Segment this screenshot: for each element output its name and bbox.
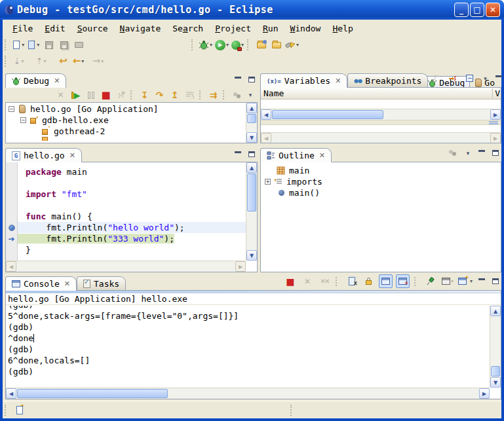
tab-breakpoints[interactable]: ●● Breakpoints — [347, 73, 428, 88]
save-button[interactable] — [42, 38, 56, 52]
last-edit-location-button[interactable]: ↩ — [56, 54, 70, 68]
next-annotation-button[interactable]: ⇣▾ — [12, 54, 26, 68]
external-tools-button[interactable]: ▾ — [231, 38, 244, 52]
detail-pane-sash[interactable] — [261, 120, 501, 125]
suspend-button[interactable] — [84, 88, 98, 102]
new-wizard-button[interactable]: ✦▾ — [12, 38, 26, 52]
collapse-toggle-icon[interactable]: − — [20, 117, 26, 123]
debug-tree-item-launch[interactable]: − hello.go [Go Application] — [9, 103, 246, 115]
console-vertical-scrollbar[interactable]: ▲ ▼ — [490, 306, 501, 388]
scrollbar-thumb[interactable] — [247, 174, 256, 211]
gutter[interactable] — [6, 244, 18, 255]
close-tab-icon[interactable]: ✕ — [335, 77, 341, 84]
step-over-button[interactable]: ↷ — [153, 88, 166, 102]
tab-tasks[interactable]: ✓ Tasks — [77, 276, 126, 291]
menu-window[interactable]: Window — [284, 22, 326, 35]
menu-help[interactable]: Help — [326, 22, 359, 35]
scroll-right-icon[interactable]: ▶ — [479, 388, 490, 399]
variables-detail-pane[interactable] — [261, 125, 501, 132]
scroll-up-icon[interactable]: ▲ — [246, 103, 257, 113]
resume-button[interactable]: ▶ — [69, 88, 83, 102]
console-terminate-button[interactable]: ■ — [283, 274, 297, 288]
gutter[interactable] — [6, 177, 18, 189]
scroll-down-icon[interactable]: ▼ — [246, 250, 257, 261]
variables-tree-empty[interactable] — [261, 100, 501, 109]
code-area[interactable]: package main import "fmt" func main() { … — [6, 162, 246, 261]
forward-button[interactable]: →▾ — [91, 54, 105, 68]
variables-column-header[interactable]: Name V — [261, 88, 501, 100]
scrollbar-thumb[interactable] — [272, 110, 383, 119]
outline-item-package[interactable]: main — [265, 165, 501, 176]
scroll-left-icon[interactable]: ◀ — [6, 388, 16, 399]
minimize-view-button[interactable] — [232, 74, 244, 85]
debug-launch-button[interactable]: ▾ — [199, 38, 213, 52]
menu-run[interactable]: Run — [257, 22, 284, 35]
debug-tree-item-process[interactable]: − ↗ gdb-hello.exe — [9, 115, 246, 126]
collapse-toggle-icon[interactable]: − — [9, 106, 14, 112]
breakpoint-icon[interactable] — [9, 225, 15, 231]
variables-horizontal-scrollbar[interactable]: ◀ ▶ — [261, 109, 501, 120]
show-type-names-button[interactable] — [429, 71, 442, 85]
toolbar-gripper[interactable] — [247, 39, 250, 50]
scroll-left-icon[interactable]: ◀ — [261, 109, 271, 120]
tab-debug[interactable]: Debug ✕ — [5, 73, 66, 88]
close-tab-icon[interactable]: ✕ — [69, 152, 75, 159]
maximize-view-button[interactable] — [246, 149, 258, 160]
scrollbar-thumb[interactable] — [17, 389, 168, 398]
gutter[interactable] — [6, 189, 18, 200]
step-return-button[interactable]: ↥ — [168, 88, 182, 102]
terminate-button[interactable]: ■ — [99, 88, 113, 102]
clear-console-button[interactable]: x — [345, 274, 359, 288]
scroll-up-icon[interactable]: ▲ — [490, 306, 501, 316]
fast-view-button[interactable]: ✦ — [14, 403, 28, 417]
tab-editor-hello-go[interactable]: G hello.go ✕ — [5, 148, 82, 162]
editor-horizontal-scrollbar[interactable]: ◀ ▶ — [6, 261, 246, 272]
show-stdout-button[interactable] — [379, 274, 393, 288]
scroll-down-icon[interactable]: ▼ — [490, 377, 501, 388]
toolbar-gripper[interactable] — [191, 39, 195, 50]
gutter[interactable] — [6, 211, 18, 222]
step-into-button[interactable]: ↧ — [138, 88, 151, 102]
scroll-lock-button[interactable] — [362, 274, 376, 288]
open-resource-button[interactable] — [269, 38, 283, 52]
debug-tree-vertical-scrollbar[interactable]: ▲ ▼ — [246, 103, 257, 143]
new-project-button[interactable]: ✦▾ — [27, 38, 41, 52]
maximize-view-button[interactable] — [490, 147, 501, 158]
gutter[interactable]: ➔ — [6, 233, 18, 244]
maximize-view-button[interactable] — [246, 74, 258, 85]
toolbar-gripper[interactable] — [5, 39, 8, 50]
console-output[interactable]: (gdb) 5^done,stack-args=[frame={level="0… — [6, 306, 490, 388]
gutter[interactable] — [6, 222, 18, 233]
show-stderr-button[interactable]: ✕ — [396, 274, 410, 288]
scroll-down-icon[interactable]: ▼ — [246, 132, 257, 143]
title-bar[interactable]: Debug - testGo/src/cmd/hello.go - Eclips… — [0, 0, 504, 20]
view-menu-button[interactable]: ▾ — [244, 90, 256, 101]
maximize-window-button[interactable]: □ — [470, 3, 484, 17]
debug-tree-item-thread[interactable]: ° gothread-2 — [9, 126, 246, 137]
minimize-view-button[interactable] — [232, 149, 244, 160]
search-button[interactable]: ▾ — [284, 38, 300, 52]
drop-to-frame-button[interactable] — [183, 88, 197, 102]
tab-outline[interactable]: Outline ✕ — [260, 148, 332, 162]
maximize-view-button[interactable] — [490, 276, 501, 287]
breakpoint-line[interactable]: fmt.Println("hello world"); — [6, 222, 246, 233]
open-console-button[interactable]: ✦▾ — [457, 274, 473, 288]
collapse-all-button[interactable]: − — [463, 71, 476, 85]
toolbar-gripper[interactable] — [5, 56, 8, 67]
display-selected-console-button[interactable]: ▾ — [440, 274, 454, 288]
current-debug-line[interactable]: ➔ fmt.Println("333 world"); — [6, 233, 246, 244]
scroll-up-icon[interactable]: ▲ — [246, 162, 257, 173]
outline-item-main-func[interactable]: main() — [265, 187, 501, 198]
pin-console-button[interactable] — [423, 274, 437, 288]
disconnect-button[interactable] — [114, 88, 128, 102]
outline-item-imports[interactable]: + imports — [265, 176, 501, 187]
remove-all-launches-button[interactable]: ✕✕ — [317, 274, 331, 288]
gutter[interactable] — [6, 166, 18, 177]
scrollbar-thumb[interactable] — [247, 114, 256, 123]
menu-edit[interactable]: Edit — [39, 22, 71, 35]
detail-pane-horizontal-scrollbar[interactable]: ◀ ▶ — [261, 132, 501, 143]
close-tab-icon[interactable]: ✕ — [319, 152, 325, 159]
close-tab-icon[interactable]: ✕ — [64, 280, 70, 287]
minimize-view-button[interactable] — [476, 276, 488, 287]
close-window-button[interactable]: ✕ — [486, 3, 500, 17]
